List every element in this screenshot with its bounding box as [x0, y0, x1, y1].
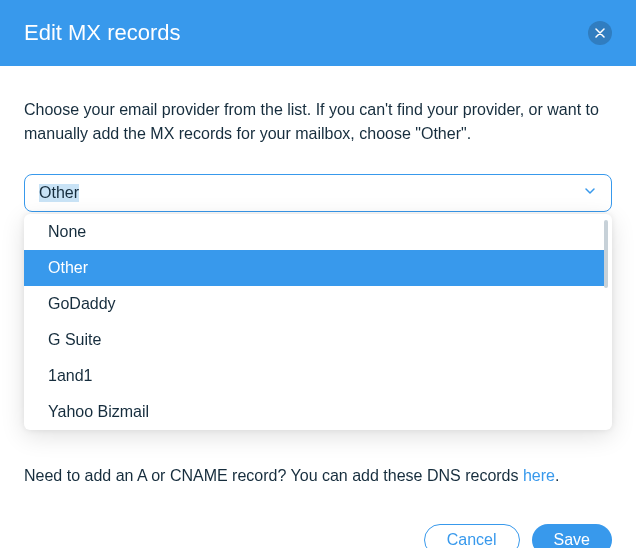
provider-select[interactable]: Other: [24, 174, 612, 212]
provider-instructions: Choose your email provider from the list…: [24, 98, 612, 146]
dropdown-scrollbar[interactable]: [604, 220, 608, 288]
provider-dropdown-list[interactable]: None Other GoDaddy G Suite 1and1 Yahoo B…: [24, 214, 606, 430]
dns-note: Need to add an A or CNAME record? You ca…: [24, 464, 612, 488]
provider-option-gsuite[interactable]: G Suite: [24, 322, 606, 358]
cancel-button[interactable]: Cancel: [424, 524, 520, 548]
provider-select-container: Other None Other GoDaddy G Suite 1and1 Y…: [24, 174, 612, 212]
chevron-down-icon: [583, 184, 597, 202]
modal-header: Edit MX records: [0, 0, 636, 66]
close-button[interactable]: [588, 21, 612, 45]
dns-note-suffix: .: [555, 467, 559, 484]
save-button[interactable]: Save: [532, 524, 612, 548]
provider-option-none[interactable]: None: [24, 214, 606, 250]
provider-dropdown: None Other GoDaddy G Suite 1and1 Yahoo B…: [24, 214, 612, 430]
provider-select-value: Other: [39, 184, 79, 202]
provider-option-1and1[interactable]: 1and1: [24, 358, 606, 394]
provider-option-godaddy[interactable]: GoDaddy: [24, 286, 606, 322]
provider-option-yahoo[interactable]: Yahoo Bizmail: [24, 394, 606, 430]
dns-note-text: Need to add an A or CNAME record? You ca…: [24, 467, 523, 484]
dns-records-link[interactable]: here: [523, 467, 555, 484]
close-icon: [595, 26, 605, 41]
modal-footer: Cancel Save: [0, 508, 636, 548]
provider-option-other[interactable]: Other: [24, 250, 606, 286]
edit-mx-modal: Edit MX records Choose your email provid…: [0, 0, 636, 548]
modal-body: Choose your email provider from the list…: [0, 66, 636, 508]
modal-title: Edit MX records: [24, 20, 181, 46]
